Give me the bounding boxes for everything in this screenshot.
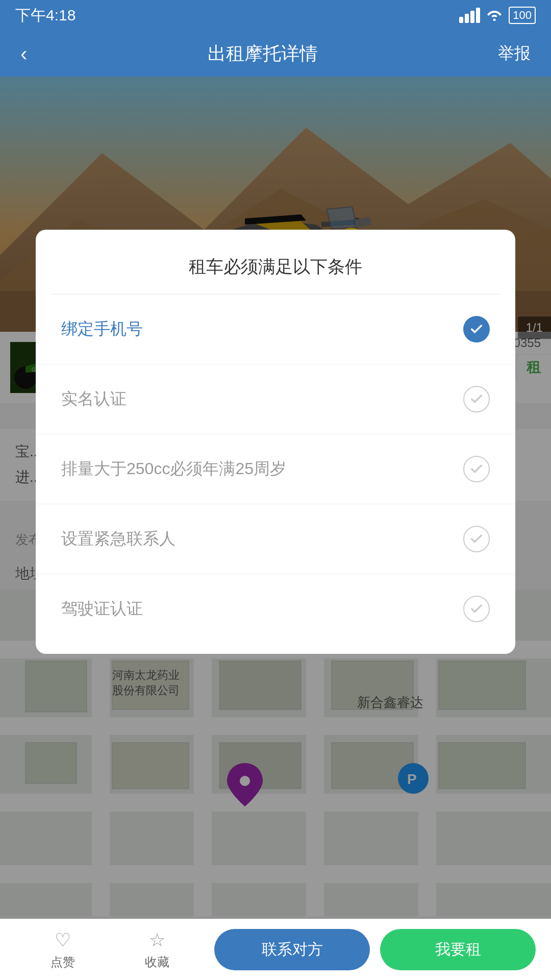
check-icon-1 bbox=[463, 316, 490, 342]
report-button[interactable]: 举报 bbox=[498, 42, 531, 65]
wifi-icon bbox=[486, 7, 503, 24]
star-icon: ☆ bbox=[149, 929, 165, 951]
status-bar: 下午4:18 100 bbox=[0, 0, 551, 31]
page-title: 出租摩托详情 bbox=[208, 41, 318, 66]
contact-button[interactable]: 联系对方 bbox=[214, 929, 370, 970]
modal-item-4[interactable]: 设置紧急联系人 bbox=[36, 504, 515, 574]
modal-item-label-1: 绑定手机号 bbox=[61, 318, 143, 340]
modal-item-2[interactable]: 实名认证 bbox=[36, 364, 515, 434]
modal-item-3[interactable]: 排量大于250cc必须年满25周岁 bbox=[36, 434, 515, 504]
modal-item-label-2: 实名认证 bbox=[61, 388, 127, 410]
modal-item-1[interactable]: 绑定手机号 bbox=[36, 295, 515, 364]
check-icon-5 bbox=[463, 596, 490, 622]
like-button[interactable]: ♡ 点赞 bbox=[15, 929, 110, 970]
check-icon-4 bbox=[463, 526, 490, 552]
status-time: 下午4:18 bbox=[15, 5, 76, 26]
check-icon-3 bbox=[463, 456, 490, 482]
like-label: 点赞 bbox=[51, 954, 75, 970]
modal-item-5[interactable]: 驾驶证认证 bbox=[36, 574, 515, 644]
svg-point-0 bbox=[493, 18, 496, 21]
modal-title: 租车必须满足以下条件 bbox=[36, 230, 515, 294]
modal-dialog: 租车必须满足以下条件 绑定手机号 实名认证 排量大于250cc必须年满25周岁 … bbox=[36, 230, 515, 654]
rent-button[interactable]: 我要租 bbox=[380, 929, 536, 970]
check-icon-2 bbox=[463, 386, 490, 412]
heart-icon: ♡ bbox=[55, 929, 71, 951]
modal-item-label-3: 排量大于250cc必须年满25周岁 bbox=[61, 458, 286, 480]
back-button[interactable]: ‹ bbox=[20, 42, 27, 65]
collect-label: 收藏 bbox=[145, 954, 169, 970]
bottom-bar: ♡ 点赞 ☆ 收藏 联系对方 我要租 bbox=[0, 919, 551, 980]
signal-icon bbox=[459, 8, 480, 23]
nav-bar: ‹ 出租摩托详情 举报 bbox=[0, 31, 551, 77]
modal-item-label-5: 驾驶证认证 bbox=[61, 598, 143, 620]
status-icons: 100 bbox=[459, 7, 536, 24]
modal-item-label-4: 设置紧急联系人 bbox=[61, 528, 176, 550]
collect-button[interactable]: ☆ 收藏 bbox=[110, 929, 204, 970]
battery-icon: 100 bbox=[509, 7, 536, 24]
